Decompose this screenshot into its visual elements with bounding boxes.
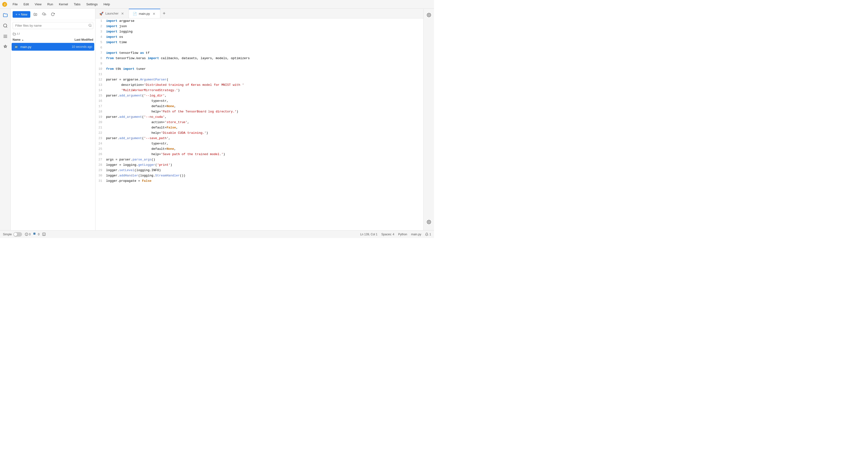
- file-panel: + + New: [11, 9, 95, 230]
- code-line-23: 23 parser.add_argument('--save_path',: [95, 136, 423, 141]
- code-line-26: 26 help='Save path of the trained model.…: [95, 152, 423, 157]
- code-line-6: 6: [95, 45, 423, 51]
- plus-icon: +: [16, 12, 18, 16]
- code-line-27: 27 args = parser.parse_args(): [95, 157, 423, 162]
- code-line-31: 31 logger.propagate = False: [95, 178, 423, 184]
- status-left: Simple 0 S 0: [3, 232, 45, 237]
- language-mode[interactable]: Python: [398, 233, 407, 236]
- launcher-tab-label: Launcher: [105, 12, 118, 15]
- code-line-10: 10 from t9k import tuner: [95, 66, 423, 72]
- code-line-11: 11: [95, 72, 423, 77]
- warnings-count[interactable]: S 0: [33, 233, 39, 236]
- tab-launcher[interactable]: 🚀 Launcher ✕: [95, 9, 129, 19]
- svg-point-18: [26, 235, 27, 235]
- toggle-track[interactable]: [13, 232, 22, 237]
- menu-settings[interactable]: Settings: [84, 1, 100, 7]
- new-folder-button[interactable]: [32, 11, 39, 18]
- main-py-tab-close[interactable]: ✕: [152, 12, 156, 16]
- settings-icon[interactable]: [425, 11, 433, 20]
- code-line-2: 2 import json: [95, 24, 423, 29]
- code-line-24: 24 type=str,: [95, 141, 423, 146]
- folder-small-icon: [12, 32, 16, 36]
- file-list-header: Name ▲ Last Modified: [11, 37, 95, 43]
- modified-column-header: Last Modified: [59, 38, 93, 41]
- errors-count[interactable]: 0: [25, 233, 31, 236]
- python-icon: py: [14, 44, 19, 49]
- warning-icon: [42, 233, 45, 236]
- file-item[interactable]: py main.py 10 seconds ago: [11, 43, 94, 51]
- file-toolbar: + + New: [11, 9, 95, 20]
- svg-line-11: [91, 26, 92, 27]
- upload-button[interactable]: [40, 11, 48, 18]
- add-tab-button[interactable]: +: [160, 9, 168, 19]
- code-line-8: 8 from tensorflow.keras import callbacks…: [95, 56, 423, 61]
- menu-file[interactable]: File: [10, 1, 20, 7]
- python-file-icon: py: [13, 44, 19, 50]
- status-bar: Simple 0 S 0 Ln: [0, 230, 434, 238]
- code-line-16: 16 type=str,: [95, 98, 423, 104]
- menu-view[interactable]: View: [32, 1, 44, 7]
- new-button-label: + New: [19, 12, 27, 16]
- svg-point-15: [428, 221, 429, 223]
- right-bar: [423, 9, 434, 230]
- simple-label: Simple: [3, 233, 12, 236]
- activity-bar: [0, 9, 11, 230]
- code-line-22: 22 help='Disable CUDA training.'): [95, 130, 423, 136]
- path-breadcrumb: / /: [11, 31, 95, 37]
- file-list: py main.py 10 seconds ago: [11, 43, 95, 230]
- settings-icon-2[interactable]: [425, 218, 433, 226]
- menu-tabs[interactable]: Tabs: [71, 1, 83, 7]
- code-line-19: 19 parser.add_argument('--no_cuda',: [95, 114, 423, 120]
- code-line-25: 25 default=None,: [95, 146, 423, 152]
- simple-mode-toggle[interactable]: Simple: [3, 232, 22, 237]
- code-line-7: 7 import tensorflow as tf: [95, 51, 423, 56]
- toggle-thumb: [14, 233, 17, 236]
- svg-text:py: py: [15, 46, 18, 48]
- search-input[interactable]: [12, 22, 93, 29]
- code-line-9: 9: [95, 61, 423, 66]
- notifications-bell[interactable]: 1: [425, 233, 431, 236]
- menu-kernel[interactable]: Kernel: [56, 1, 70, 7]
- code-line-18: 18 help='Path of the TensorBoard log dir…: [95, 109, 423, 114]
- code-line-12: 12 parser = argparse.ArgumentParser(: [95, 77, 423, 82]
- filename-status: main.py: [411, 233, 421, 236]
- menu-edit[interactable]: Edit: [21, 1, 31, 7]
- spaces-info: Spaces: 4: [381, 233, 394, 236]
- warnings-icon-count[interactable]: [42, 233, 45, 236]
- svg-line-3: [6, 27, 7, 28]
- search-submit-icon[interactable]: [88, 24, 92, 28]
- code-line-4: 4 import os: [95, 34, 423, 40]
- refresh-button[interactable]: [49, 11, 56, 18]
- editor-area: 🚀 Launcher ✕ 📄 main.py ✕ + 1 import argp…: [95, 9, 423, 230]
- file-modified-time: 10 seconds ago: [72, 45, 92, 49]
- menu-run[interactable]: Run: [45, 1, 56, 7]
- activity-folder-icon[interactable]: [1, 11, 10, 20]
- code-line-21: 21 default=False,: [95, 125, 423, 130]
- svg-text:J: J: [4, 3, 5, 6]
- tab-bar: 🚀 Launcher ✕ 📄 main.py ✕ +: [95, 9, 423, 19]
- code-line-17: 17 default=None,: [95, 104, 423, 109]
- svg-point-14: [428, 14, 429, 16]
- code-line-30: 30 logger.addHandler(logging.StreamHandl…: [95, 173, 423, 178]
- code-editor[interactable]: 1 import argparse 2 import json 3 import…: [95, 19, 423, 230]
- name-column-header[interactable]: Name ▲: [12, 38, 59, 41]
- code-line-20: 20 action='store_true',: [95, 120, 423, 125]
- app-logo: J: [2, 2, 7, 7]
- bell-icon: [425, 233, 428, 236]
- file-name: main.py: [20, 45, 72, 49]
- cursor-position: Ln 139, Col 1: [360, 233, 377, 236]
- status-right: Ln 139, Col 1 Spaces: 4 Python main.py 1: [360, 233, 431, 236]
- menu-help[interactable]: Help: [101, 1, 113, 7]
- activity-extensions-icon[interactable]: [1, 43, 10, 51]
- svg-point-2: [3, 24, 6, 27]
- activity-list-icon[interactable]: [1, 32, 10, 41]
- launcher-tab-icon: 🚀: [99, 12, 103, 16]
- tab-main-py[interactable]: 📄 main.py ✕: [129, 9, 160, 19]
- new-file-button[interactable]: + + New: [12, 11, 30, 18]
- code-line-1: 1 import argparse: [95, 19, 423, 24]
- activity-search-icon[interactable]: [1, 21, 10, 30]
- search-box: [12, 22, 93, 29]
- launcher-tab-close[interactable]: ✕: [120, 11, 125, 16]
- error-icon: [25, 233, 28, 236]
- code-line-28: 28 logger = logging.getLogger('print'): [95, 162, 423, 168]
